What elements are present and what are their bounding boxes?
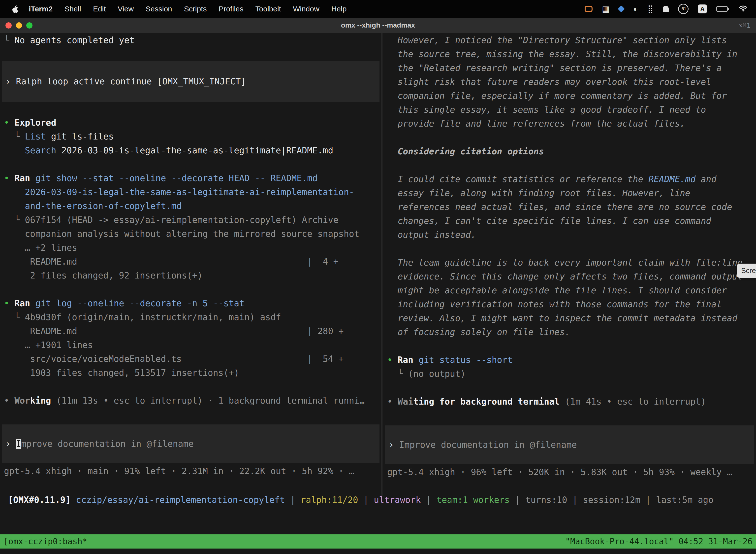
right-prompt-input[interactable]: › Improve documentation in @filename	[385, 426, 754, 464]
right-terminal-pane[interactable]: However, I noticed the "Directory Struct…	[383, 33, 756, 479]
left-prompt-input[interactable]: › Improve documentation in @filename	[2, 425, 379, 463]
menu-bar-status-icons: ▦ ◐ ⣿ .61 A	[585, 4, 756, 14]
dots-grid-icon[interactable]: ⣿	[648, 5, 653, 13]
menu-item-edit[interactable]: Edit	[87, 5, 112, 13]
terminal-line: The team guideline is to back every impo…	[383, 256, 756, 270]
macos-menu-bar: iTerm2 Shell Edit View Session Scripts P…	[0, 0, 756, 18]
tmux-host-clock: "MacBook-Pro-44.local" 04:52 31-Mar-26	[565, 537, 753, 546]
terminal-line: └ (no output)	[383, 367, 756, 381]
screen-recording-icon[interactable]	[585, 6, 592, 12]
menu-item-shell[interactable]: Shell	[59, 5, 87, 13]
terminal-line: Search 2026-03-09-is-legal-the-same-as-l…	[0, 144, 381, 157]
blank-line	[383, 158, 756, 172]
terminal-line: this single essay, it seems like a good …	[383, 103, 756, 117]
menu-item-scripts[interactable]: Scripts	[178, 5, 213, 13]
terminal-line: output instead.	[383, 228, 756, 242]
terminal-line: README.md | 4 +	[0, 255, 381, 269]
terminal-line: including verification notes with those …	[383, 297, 756, 311]
terminal-line: • Ran git show --stat --oneline --decora…	[0, 171, 381, 185]
blank-line	[0, 380, 381, 394]
terminal-line: 2 files changed, 92 insertions(+)	[0, 269, 381, 282]
input-source-icon[interactable]: A	[698, 4, 707, 13]
terminal-line: slight risk that future readers may over…	[383, 75, 756, 89]
menu-item-session[interactable]: Session	[140, 5, 178, 13]
blank-line	[0, 157, 381, 171]
terminal-line: README.md | 280 +	[0, 324, 381, 338]
terminal-line: • Explored	[0, 116, 381, 129]
window-title: omx --xhigh --madmax	[341, 21, 415, 29]
blank-line	[0, 282, 381, 296]
omx-status-bar: [OMX#0.11.9] cczip/essay/ai-reimplementa…	[0, 493, 756, 507]
terminal-line: • Working (11m 13s • esc to interrupt) ·…	[0, 394, 381, 407]
keyboard-grid-icon[interactable]: ▦	[602, 5, 610, 13]
text-cursor: I	[16, 439, 21, 449]
edge-notification: Scre	[737, 264, 756, 278]
terminal-line: I could cite commit statistics or refere…	[383, 172, 756, 186]
terminal-line: of focusing solely on file lines.	[383, 325, 756, 339]
blank-line	[383, 381, 756, 395]
close-button[interactable]	[5, 22, 12, 29]
terminal-line: src/voice/voiceModeEnabled.ts | 54 +	[0, 352, 381, 366]
pane-divider[interactable]	[381, 33, 382, 496]
left-terminal-pane[interactable]: └ No agents completed yet› Ralph loop ac…	[0, 33, 381, 478]
terminal-line: └ 4b9d30f (origin/main, instructkr/main,…	[0, 310, 381, 324]
terminal-line: companion file, especially if more comme…	[383, 89, 756, 103]
blank-line	[0, 47, 381, 61]
battery-icon[interactable]	[716, 6, 729, 12]
battery-body	[716, 6, 728, 12]
blank-line	[383, 339, 756, 353]
right-pane-output: However, I noticed the "Directory Struct…	[383, 33, 756, 423]
window-title-bar[interactable]: omx --xhigh --madmax ⌥⌘1	[0, 18, 756, 33]
terminal-line: references need actual files, and since …	[383, 200, 756, 214]
minimize-button[interactable]	[16, 22, 22, 29]
terminal-line: provide file and line references from th…	[383, 117, 756, 130]
zoom-button[interactable]	[26, 22, 33, 29]
terminal-line: … +1901 lines	[0, 338, 381, 352]
blank-line	[383, 130, 756, 145]
terminal-line: However, I noticed the "Directory Struct…	[383, 33, 756, 47]
tmux-status-bar: [omx-cczip0:bash* "MacBook-Pro-44.local"…	[0, 535, 756, 549]
menu-item-help[interactable]: Help	[325, 5, 353, 13]
menu-item-profiles[interactable]: Profiles	[212, 5, 249, 13]
right-session-status: gpt-5.4 xhigh · 96% left · 520K in · 5.8…	[383, 465, 756, 479]
terminal-line: changes, I can't cite specific file line…	[383, 214, 756, 228]
blank-line	[0, 102, 381, 116]
terminal-line: 2026-03-09-is-legal-the-same-as-legitima…	[0, 185, 381, 199]
terminal-line: • Waiting for background terminal (1m 41…	[383, 395, 756, 408]
left-pane-output: └ No agents completed yet› Ralph loop ac…	[0, 33, 381, 422]
menu-item-app[interactable]: iTerm2	[23, 5, 59, 13]
menu-item-toolbelt[interactable]: Toolbelt	[250, 5, 287, 13]
left-session-status: gpt-5.4 xhigh · main · 91% left · 2.31M …	[0, 464, 381, 478]
terminal-line: 1903 files changed, 513517 insertions(+)	[0, 366, 381, 380]
cpu-meter-icon[interactable]: .61	[678, 4, 689, 14]
terminal-line: … +2 lines	[0, 241, 381, 255]
terminal-line: companion analysis without altering the …	[0, 227, 381, 241]
menu-item-view[interactable]: View	[112, 5, 140, 13]
wifi-icon[interactable]	[739, 5, 748, 13]
terminal-line: • Ran git status --short	[383, 353, 756, 367]
app-pill-icon[interactable]	[663, 6, 669, 12]
terminal-line: evidence. Since this change only affects…	[383, 270, 756, 283]
terminal-line: review. Also, I might want to inspect th…	[383, 311, 756, 325]
contrast-circle-icon[interactable]: ◐	[633, 5, 638, 13]
terminal-line: [OMX#0.11.9] cczip/essay/ai-reimplementa…	[4, 493, 756, 507]
apple-logo-icon	[11, 5, 19, 13]
terminal-content: └ No agents completed yet› Ralph loop ac…	[0, 33, 756, 554]
highlight-bar: › Ralph loop active continue [OMX_TMUX_I…	[2, 61, 379, 102]
apple-menu-icon[interactable]	[11, 5, 19, 13]
terminal-line: the source tree, missing the essay. Stil…	[383, 47, 756, 61]
prompt-chevron: ›	[389, 440, 399, 450]
window-shortcut-badge: ⌥⌘1	[738, 21, 756, 29]
battery-tip	[728, 8, 729, 10]
tmux-session-label: [omx-cczip0:bash*	[3, 537, 87, 546]
terminal-line: • Ran git log --oneline --decorate -n 5 …	[0, 296, 381, 310]
prompt-text: mprove documentation in @filename	[21, 439, 193, 449]
prompt-text: Improve documentation in @filename	[399, 440, 577, 450]
raycast-icon[interactable]	[618, 5, 625, 12]
menu-item-window[interactable]: Window	[287, 5, 325, 13]
blank-line	[383, 242, 756, 256]
terminal-line: essay file, along with finding root file…	[383, 186, 756, 200]
blank-line	[0, 407, 381, 422]
terminal-line: the "Related research writing" section i…	[383, 61, 756, 75]
menu-bar-left: iTerm2 Shell Edit View Session Scripts P…	[0, 5, 353, 13]
